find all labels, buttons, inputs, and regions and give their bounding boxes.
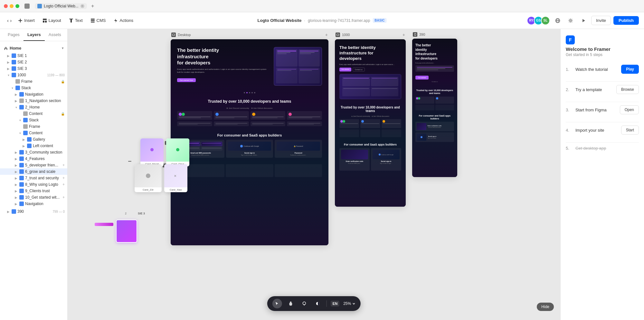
frame-desktop-add[interactable]: + bbox=[325, 32, 328, 37]
frame-desktop-name: Desktop bbox=[178, 33, 191, 37]
cursor-tool[interactable] bbox=[272, 299, 282, 308]
invite-label: Invite bbox=[596, 18, 606, 23]
plus-icon bbox=[18, 18, 23, 23]
content1-label: Content bbox=[29, 111, 43, 116]
avatar-group: RY GS SL bbox=[527, 16, 550, 25]
tab-assets-label: Assets bbox=[49, 32, 61, 37]
text-button[interactable]: Text bbox=[66, 16, 86, 25]
tab-close[interactable]: × bbox=[80, 4, 84, 8]
globe-button[interactable] bbox=[553, 15, 563, 26]
publish-button[interactable]: Publish bbox=[613, 16, 639, 25]
step3-text: Start from Figma bbox=[575, 108, 617, 112]
layer-community[interactable]: ▶ 3_Community section bbox=[0, 149, 67, 155]
tab-layers[interactable]: Layers bbox=[24, 29, 45, 41]
grow-selected-element bbox=[116, 220, 137, 243]
layer-left-content[interactable]: ▶ Left content bbox=[0, 143, 67, 149]
layer-390[interactable]: ▶ 390 799 — 0 bbox=[0, 208, 67, 215]
layer-content1[interactable]: Content 🔒 bbox=[0, 110, 67, 117]
browser-home-icon[interactable] bbox=[24, 4, 30, 9]
zoom-control[interactable]: 25% bbox=[343, 301, 355, 306]
svg-rect-7 bbox=[91, 19, 95, 20]
layer-grow[interactable]: ▶ 6_grow and scale bbox=[0, 168, 67, 175]
layer-trust[interactable]: ▶ 7_trust and security + bbox=[0, 175, 67, 181]
content1-icon bbox=[23, 111, 28, 116]
layer-developer[interactable]: ▶ 5_developer frien... + bbox=[0, 162, 67, 168]
preview-button[interactable] bbox=[578, 15, 589, 26]
preview-mobile[interactable]: The betteridentityinfrastructurefor deve… bbox=[412, 39, 457, 177]
insert-button[interactable]: Insert bbox=[15, 16, 38, 25]
left-content-icon bbox=[27, 144, 32, 148]
cms-button[interactable]: CMS bbox=[87, 16, 109, 25]
layer-gallery[interactable]: ▶ Gallery bbox=[0, 136, 67, 143]
step1-play-btn[interactable]: Play bbox=[621, 65, 639, 74]
developer-label: 5_developer frien... bbox=[25, 163, 58, 167]
tab-assets[interactable]: Assets bbox=[45, 29, 65, 41]
step3-open-btn[interactable]: Open bbox=[620, 105, 639, 114]
layer-sie2[interactable]: ▶ SIE 2 bbox=[0, 59, 67, 65]
invite-button[interactable]: Invite bbox=[591, 16, 611, 25]
layer-getstarted[interactable]: ▶ 10_Get started wit... + bbox=[0, 194, 67, 201]
layer-home2[interactable]: ▾ 2_Home bbox=[0, 104, 67, 110]
step1-btn-label: Play bbox=[626, 67, 634, 71]
tab-label: Logto Official Web... bbox=[44, 4, 79, 8]
preview-desktop[interactable]: The better identityinfrastructurefor dev… bbox=[171, 39, 328, 245]
new-tab-button[interactable]: + bbox=[90, 3, 96, 9]
layer-features[interactable]: ▶ 4_Features bbox=[0, 155, 67, 162]
step3-btn-label: Open bbox=[625, 108, 634, 112]
browser-tab[interactable]: Logto Official Web... × bbox=[35, 3, 87, 9]
preview-tablet[interactable]: The better identityinfrastructure fordev… bbox=[335, 39, 406, 207]
gallery-icon bbox=[27, 137, 32, 142]
tab-pages[interactable]: Pages bbox=[4, 29, 24, 41]
maximize-traffic-light[interactable] bbox=[15, 4, 19, 8]
back-forward-btn[interactable]: ‹ › bbox=[5, 16, 14, 24]
lang-selector[interactable]: EN bbox=[331, 301, 339, 306]
layer-stack2[interactable]: ▾ Stack bbox=[0, 117, 67, 123]
layout-label: Layout bbox=[49, 18, 61, 23]
step2-num: 2. bbox=[566, 87, 572, 92]
layer-stack1[interactable]: ▾ Stack bbox=[0, 85, 67, 91]
settings-button[interactable] bbox=[565, 15, 576, 26]
layer-1000[interactable]: ▾ 1000 1199 — 800 bbox=[0, 72, 67, 78]
layer-sie3[interactable]: ▶ SIE 3 bbox=[0, 65, 67, 72]
layer-sie1[interactable]: ▶ SIE 1 bbox=[0, 52, 67, 59]
insert-label: Insert bbox=[24, 18, 35, 23]
home-label: Home bbox=[10, 46, 21, 51]
tablet-site-content: The better identityinfrastructure fordev… bbox=[335, 39, 406, 207]
layer-clients[interactable]: ▶ 9_Clients trust bbox=[0, 188, 67, 194]
cms-label: CMS bbox=[97, 18, 106, 23]
content2-label: Content bbox=[29, 131, 43, 135]
1000-label: 1000 bbox=[17, 73, 26, 77]
layer-frame1[interactable]: Frame 🔒 bbox=[0, 78, 67, 85]
sidebar-tabs: Pages Layers Assets bbox=[0, 29, 67, 41]
layer-nav-section[interactable]: ▶ 1_Navigation section bbox=[0, 98, 67, 104]
tablet-trusted-title: Trusted by over 10,000 developers and te… bbox=[339, 106, 401, 113]
layer-nav1[interactable]: ▶ Navigation bbox=[0, 91, 67, 98]
layer-content2[interactable]: ▾ Content bbox=[0, 130, 67, 136]
layer-nav-bottom[interactable]: ▶ Navigation bbox=[0, 201, 67, 207]
frame-tablet-add[interactable]: + bbox=[402, 32, 405, 37]
step4-start-btn[interactable]: Start bbox=[621, 126, 639, 135]
tablet-builders-title: For consumer and SaaS apps builders bbox=[339, 143, 401, 146]
canvas[interactable]: Card_Murat Card_Onur Card_Xiao Card_Mura… bbox=[68, 29, 560, 320]
layout-button[interactable]: Layout bbox=[39, 16, 64, 25]
actions-button[interactable]: Actions bbox=[110, 16, 137, 25]
dark-mode-tool[interactable] bbox=[313, 299, 323, 308]
sie2-chevron: ▶ bbox=[6, 61, 10, 64]
getstarted-add[interactable]: + bbox=[62, 195, 65, 200]
comment-tool[interactable] bbox=[299, 299, 309, 308]
trust-add[interactable]: + bbox=[62, 176, 65, 180]
frame-mobile-label: 390 + bbox=[412, 32, 457, 37]
left-content-label: Left content bbox=[33, 144, 53, 148]
developer-add[interactable]: + bbox=[62, 163, 65, 167]
stack1-label: Stack bbox=[21, 86, 31, 90]
hand-tool[interactable] bbox=[286, 299, 296, 308]
why-add[interactable]: + bbox=[62, 182, 65, 187]
bottom-toolbar: EN 25% bbox=[267, 296, 361, 311]
home-section[interactable]: Home ▾ bbox=[0, 44, 67, 52]
layer-frame2[interactable]: Frame bbox=[0, 123, 67, 130]
minimize-traffic-light[interactable] bbox=[10, 4, 14, 8]
close-traffic-light[interactable] bbox=[4, 4, 8, 8]
step2-browse-btn[interactable]: Browse bbox=[616, 85, 639, 94]
hide-button[interactable]: Hide bbox=[537, 303, 554, 311]
layer-why[interactable]: ▶ 8_Why using Logto + bbox=[0, 181, 67, 188]
